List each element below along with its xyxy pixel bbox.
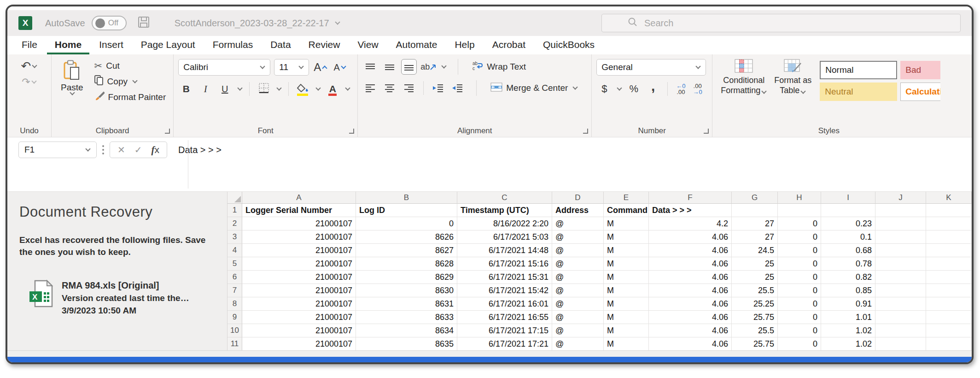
cell-H6[interactable]: 0 xyxy=(778,271,821,284)
conditional-formatting-button[interactable]: Conditional Formatting xyxy=(717,59,770,125)
column-header-C[interactable]: C xyxy=(457,192,552,204)
cell-C10[interactable]: 6/17/2021 17:15 xyxy=(457,324,552,337)
drag-handle-icon[interactable] xyxy=(102,145,104,154)
cell-H9[interactable]: 0 xyxy=(778,311,821,324)
cell-G8[interactable]: 25.25 xyxy=(732,297,778,311)
cell-E7[interactable]: M xyxy=(604,284,649,297)
cut-button[interactable]: ✂ Cut xyxy=(92,59,169,73)
align-right-button[interactable] xyxy=(401,80,417,96)
decrease-decimal-button[interactable]: .00 →0 xyxy=(691,82,704,96)
cell-style-neutral[interactable]: Neutral xyxy=(820,83,897,101)
alignment-dialog-launcher-icon[interactable] xyxy=(583,129,588,134)
cell-A7[interactable]: 21000107 xyxy=(242,284,356,297)
cell-E3[interactable]: M xyxy=(604,230,649,244)
align-top-button[interactable] xyxy=(362,59,378,75)
cell-J6[interactable] xyxy=(875,271,926,284)
cell-F1[interactable]: Data > > > xyxy=(649,204,732,217)
accounting-format-button[interactable]: $ xyxy=(596,81,612,97)
cell-I10[interactable]: 1.02 xyxy=(821,324,875,337)
cell-K6[interactable] xyxy=(926,271,972,284)
undo-button[interactable]: ↶ xyxy=(21,59,38,73)
cell-G7[interactable]: 25.5 xyxy=(732,284,778,297)
increase-font-size-button[interactable]: A xyxy=(313,59,328,75)
select-all-corner[interactable] xyxy=(228,192,242,204)
cell-C7[interactable]: 6/17/2021 15:42 xyxy=(457,284,552,297)
tab-data[interactable]: Data xyxy=(262,36,298,54)
column-header-K[interactable]: K xyxy=(926,192,972,204)
chevron-down-icon[interactable] xyxy=(316,85,321,90)
tab-review[interactable]: Review xyxy=(301,36,348,54)
column-header-A[interactable]: A xyxy=(242,192,356,204)
cell-I4[interactable]: 0.68 xyxy=(821,244,875,257)
cell-C2[interactable]: 8/16/2022 2:20 xyxy=(457,217,552,230)
cell-B9[interactable]: 8633 xyxy=(356,311,457,324)
cell-E2[interactable]: M xyxy=(604,217,649,230)
cell-J10[interactable] xyxy=(875,324,926,337)
increase-decimal-button[interactable]: ←0 .00 xyxy=(674,82,687,96)
chevron-down-icon[interactable] xyxy=(345,85,350,90)
column-header-J[interactable]: J xyxy=(875,192,926,204)
cell-H2[interactable]: 0 xyxy=(778,217,821,230)
font-size-select[interactable]: 11 xyxy=(274,59,309,76)
column-header-H[interactable]: H xyxy=(778,192,821,204)
cell-C8[interactable]: 6/17/2021 16:01 xyxy=(457,297,552,311)
clipboard-dialog-launcher-icon[interactable] xyxy=(165,129,170,134)
cell-H10[interactable]: 0 xyxy=(778,324,821,337)
cell-G10[interactable]: 25.5 xyxy=(732,324,778,337)
cell-D3[interactable]: @ xyxy=(552,230,604,244)
cell-K8[interactable] xyxy=(926,297,972,311)
cell-J2[interactable] xyxy=(875,217,926,230)
cell-I5[interactable]: 0.78 xyxy=(821,257,875,271)
cell-G9[interactable]: 25.75 xyxy=(732,311,778,324)
tab-view[interactable]: View xyxy=(350,36,386,54)
font-dialog-launcher-icon[interactable] xyxy=(349,129,354,134)
cell-J1[interactable] xyxy=(875,204,926,217)
paste-button[interactable]: Paste xyxy=(56,59,88,104)
cell-D1[interactable]: Address xyxy=(552,204,604,217)
cell-E1[interactable]: Command xyxy=(604,204,649,217)
cell-H8[interactable]: 0 xyxy=(778,297,821,311)
comma-style-button[interactable]: , xyxy=(645,78,661,94)
cell-J8[interactable] xyxy=(875,297,926,311)
cell-A9[interactable]: 21000107 xyxy=(242,311,356,324)
cell-D4[interactable]: @ xyxy=(552,244,604,257)
row-header-6[interactable]: 6 xyxy=(228,271,242,284)
cell-J4[interactable] xyxy=(875,244,926,257)
cell-E8[interactable]: M xyxy=(604,297,649,311)
cell-K3[interactable] xyxy=(926,230,972,244)
column-header-E[interactable]: E xyxy=(604,192,649,204)
cell-B10[interactable]: 8634 xyxy=(356,324,457,337)
italic-button[interactable]: I xyxy=(198,81,213,97)
tab-insert[interactable]: Insert xyxy=(91,36,131,54)
cell-D6[interactable]: @ xyxy=(552,271,604,284)
enter-button[interactable]: ✓ xyxy=(134,144,142,155)
merge-center-button[interactable]: Merge & Center xyxy=(488,81,581,95)
cell-E6[interactable]: M xyxy=(604,271,649,284)
cell-C9[interactable]: 6/17/2021 16:55 xyxy=(457,311,552,324)
column-header-D[interactable]: D xyxy=(552,192,604,204)
cell-E4[interactable]: M xyxy=(604,244,649,257)
cell-B3[interactable]: 8626 xyxy=(356,230,457,244)
cell-K4[interactable] xyxy=(926,244,972,257)
autosave-toggle[interactable]: Off xyxy=(92,16,127,30)
insert-function-button[interactable]: fx xyxy=(152,144,160,156)
cell-A4[interactable]: 21000107 xyxy=(242,244,356,257)
bold-button[interactable]: B xyxy=(178,81,194,97)
cell-B5[interactable]: 8628 xyxy=(356,257,457,271)
tab-formulas[interactable]: Formulas xyxy=(205,36,261,54)
row-header-1[interactable]: 1 xyxy=(228,204,242,217)
cell-E10[interactable]: M xyxy=(604,324,649,337)
cell-H1[interactable] xyxy=(778,204,821,217)
underline-button[interactable]: U xyxy=(217,81,233,97)
cell-I6[interactable]: 0.82 xyxy=(821,271,875,284)
cell-H3[interactable]: 0 xyxy=(778,230,821,244)
tab-home[interactable]: Home xyxy=(47,36,89,54)
row-header-10[interactable]: 10 xyxy=(228,324,242,337)
percent-style-button[interactable]: % xyxy=(626,81,642,97)
search-box[interactable]: Search xyxy=(601,14,961,32)
scrollbar-strip[interactable] xyxy=(7,350,972,357)
cell-F7[interactable]: 4.06 xyxy=(649,284,732,297)
cell-A3[interactable]: 21000107 xyxy=(242,230,356,244)
cell-A1[interactable]: Logger Serial Number xyxy=(242,204,356,217)
cell-D8[interactable]: @ xyxy=(552,297,604,311)
